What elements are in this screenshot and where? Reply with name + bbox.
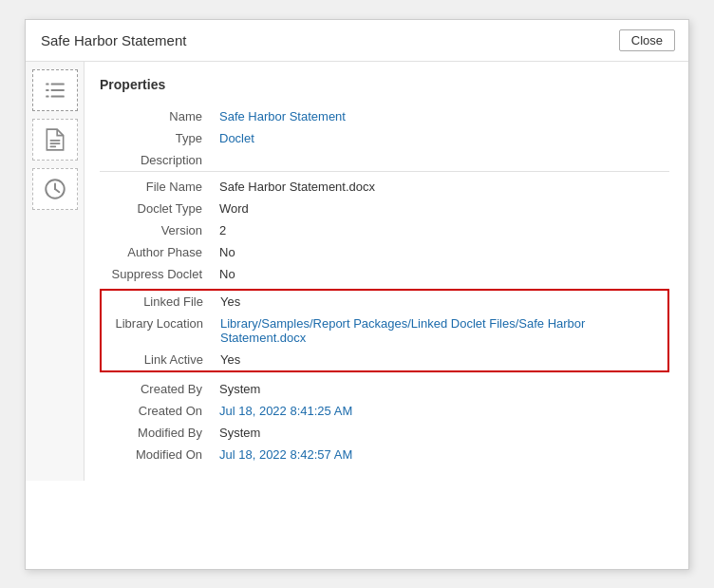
name-value: Safe Harbor Statement: [214, 105, 669, 127]
type-label: Type: [100, 127, 214, 149]
sidebar: [26, 62, 85, 481]
created-on-value: Jul 18, 2022 8:41:25 AM: [214, 400, 669, 422]
version-value: 2: [214, 219, 669, 241]
highlight-table: Linked File Yes Library Location Library…: [100, 289, 669, 372]
modified-by-value: System: [214, 422, 669, 444]
file-name-value: Safe Harbor Statement.docx: [214, 171, 669, 198]
table-row-library-location: Library Location Library/Samples/Report …: [101, 313, 668, 349]
library-location-value: Library/Samples/Report Packages/Linked D…: [215, 313, 668, 349]
linked-file-value: Yes: [215, 290, 668, 313]
svg-rect-3: [50, 88, 64, 90]
table-row-modified-by: Modified By System: [100, 422, 669, 444]
created-by-label: Created By: [100, 378, 214, 400]
section-title: Properties: [100, 77, 669, 92]
linked-file-label: Linked File: [101, 290, 215, 313]
name-label: Name: [100, 105, 214, 127]
dialog-body: Properties Name Safe Harbor Statement Ty…: [26, 62, 688, 481]
svg-rect-1: [50, 83, 64, 85]
svg-rect-7: [49, 142, 60, 144]
author-phase-label: Author Phase: [100, 241, 214, 263]
suppress-doclet-value: No: [214, 263, 669, 285]
list-icon: [43, 78, 67, 103]
table-row-modified-on: Modified On Jul 18, 2022 8:42:57 AM: [100, 444, 669, 465]
svg-rect-8: [49, 145, 56, 147]
file-name-label: File Name: [100, 171, 214, 198]
table-row-created-by: Created By System: [100, 378, 669, 400]
table-row-version: Version 2: [100, 219, 669, 241]
description-label: Description: [100, 149, 214, 172]
library-location-link[interactable]: Library/Samples/Report Packages/Linked D…: [220, 316, 585, 345]
table-row-linked-file: Linked File Yes: [101, 290, 668, 313]
dialog-header: Safe Harbor Statement Close: [26, 20, 688, 62]
library-location-label: Library Location: [101, 313, 215, 349]
table-row-name: Name Safe Harbor Statement: [100, 105, 669, 127]
dialog-title: Safe Harbor Statement: [41, 32, 186, 48]
doclet-type-label: Doclet Type: [100, 198, 214, 219]
table-row-type: Type Doclet: [100, 127, 669, 149]
created-on-label: Created On: [100, 400, 214, 422]
suppress-doclet-label: Suppress Doclet: [100, 263, 214, 285]
type-value: Doclet: [214, 127, 669, 149]
svg-rect-2: [46, 88, 48, 90]
dialog: Safe Harbor Statement Close: [25, 19, 689, 570]
table-row-description: Description: [100, 149, 669, 172]
version-label: Version: [100, 219, 214, 241]
link-active-label: Link Active: [101, 349, 215, 371]
author-phase-value: No: [214, 241, 669, 263]
svg-rect-4: [46, 95, 48, 97]
created-on-link: Jul 18, 2022 8:41:25 AM: [219, 404, 352, 418]
svg-rect-5: [50, 95, 64, 97]
sidebar-item-list[interactable]: [32, 69, 78, 111]
table-row-author-phase: Author Phase No: [100, 241, 669, 263]
description-value: [214, 149, 669, 172]
table-row-doclet-type: Doclet Type Word: [100, 198, 669, 219]
sidebar-item-document[interactable]: [32, 119, 78, 161]
svg-line-11: [55, 189, 59, 192]
modified-on-link: Jul 18, 2022 8:42:57 AM: [219, 447, 352, 462]
svg-rect-6: [49, 140, 60, 142]
properties-table: Name Safe Harbor Statement Type Doclet D…: [100, 105, 669, 285]
close-button[interactable]: Close: [619, 29, 675, 51]
name-link[interactable]: Safe Harbor Statement: [219, 109, 346, 123]
modified-on-value: Jul 18, 2022 8:42:57 AM: [214, 444, 669, 465]
doclet-type-value: Word: [214, 198, 669, 219]
table-row-created-on: Created On Jul 18, 2022 8:41:25 AM: [100, 400, 669, 422]
content-area: Properties Name Safe Harbor Statement Ty…: [85, 62, 688, 481]
created-by-value: System: [214, 378, 669, 400]
modified-on-label: Modified On: [100, 444, 214, 465]
table-row-filename: File Name Safe Harbor Statement.docx: [100, 171, 669, 198]
audit-table: Created By System Created On Jul 18, 202…: [100, 378, 669, 465]
svg-rect-0: [46, 83, 48, 85]
clock-icon: [43, 177, 67, 201]
modified-by-label: Modified By: [100, 422, 214, 444]
document-icon: [43, 127, 67, 152]
sidebar-item-clock[interactable]: [32, 168, 78, 210]
table-row-suppress-doclet: Suppress Doclet No: [100, 263, 669, 285]
table-row-link-active: Link Active Yes: [101, 349, 668, 371]
type-link[interactable]: Doclet: [219, 131, 254, 145]
link-active-value: Yes: [215, 349, 668, 371]
